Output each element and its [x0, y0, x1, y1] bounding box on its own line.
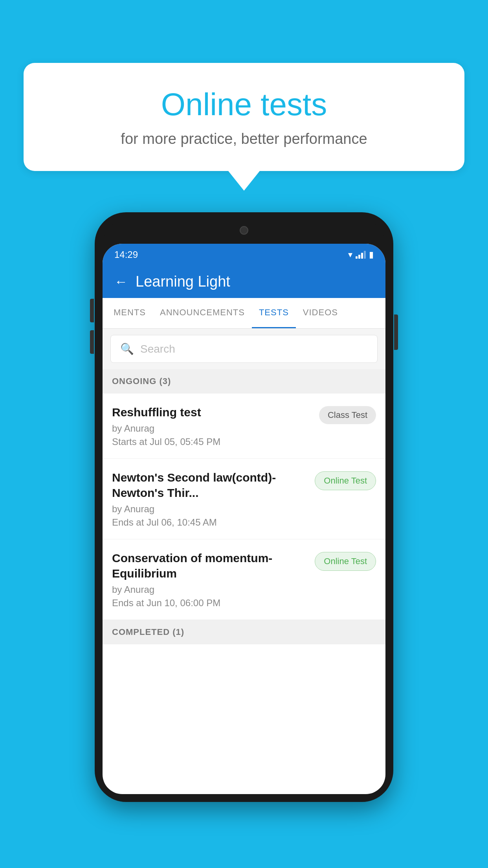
bubble-subtitle: for more practice, better performance: [55, 131, 433, 147]
ongoing-section-title: ONGOING (3): [112, 376, 171, 386]
bubble-arrow: [228, 171, 260, 191]
completed-section-title: COMPLETED (1): [112, 627, 184, 637]
test-name-2: Newton's Second law(contd)-Newton's Thir…: [112, 470, 308, 500]
search-container: 🔍 Search: [103, 329, 385, 369]
wifi-icon: ▾: [348, 250, 352, 260]
status-icons: ▾ ▮: [348, 250, 374, 260]
test-author-3: by Anurag: [112, 584, 308, 595]
test-info-1: Reshuffling test by Anurag Starts at Jul…: [112, 405, 319, 447]
list-item[interactable]: Reshuffling test by Anurag Starts at Jul…: [103, 394, 385, 459]
test-info-2: Newton's Second law(contd)-Newton's Thir…: [112, 470, 315, 528]
tab-videos[interactable]: VIDEOS: [296, 298, 345, 328]
search-icon: 🔍: [120, 342, 134, 355]
app-title: Learning Light: [136, 273, 230, 290]
tab-ments[interactable]: MENTS: [106, 298, 153, 328]
list-item[interactable]: Conservation of momentum-Equilibrium by …: [103, 539, 385, 620]
test-name-3: Conservation of momentum-Equilibrium: [112, 550, 308, 581]
volume-down-button: [90, 330, 94, 354]
back-button[interactable]: ←: [114, 274, 128, 289]
search-placeholder: Search: [140, 343, 175, 355]
test-info-3: Conservation of momentum-Equilibrium by …: [112, 550, 315, 609]
battery-icon: ▮: [369, 250, 374, 260]
test-date-2: Ends at Jul 06, 10:45 AM: [112, 517, 308, 528]
completed-section-header: COMPLETED (1): [103, 620, 385, 644]
status-time: 14:29: [114, 249, 138, 260]
tab-announcements[interactable]: ANNOUNCEMENTS: [153, 298, 252, 328]
test-badge-3: Online Test: [315, 552, 376, 571]
app-header: ← Learning Light: [103, 265, 385, 298]
search-bar[interactable]: 🔍 Search: [110, 335, 378, 363]
test-badge-1: Class Test: [319, 406, 376, 424]
status-bar: 14:29 ▾ ▮: [103, 244, 385, 265]
test-name-1: Reshuffling test: [112, 405, 313, 420]
ongoing-section-header: ONGOING (3): [103, 369, 385, 394]
speech-bubble: Online tests for more practice, better p…: [24, 63, 464, 171]
phone-screen: 14:29 ▾ ▮ ← Learn: [103, 244, 385, 794]
test-badge-2: Online Test: [315, 471, 376, 490]
tab-bar: MENTS ANNOUNCEMENTS TESTS VIDEOS: [103, 298, 385, 329]
power-button: [394, 314, 398, 350]
phone-mockup: 14:29 ▾ ▮ ← Learn: [95, 212, 393, 802]
phone-frame: 14:29 ▾ ▮ ← Learn: [95, 212, 393, 802]
speech-bubble-container: Online tests for more practice, better p…: [24, 63, 464, 191]
bubble-title: Online tests: [55, 86, 433, 123]
test-list: Reshuffling test by Anurag Starts at Jul…: [103, 394, 385, 620]
test-author-2: by Anurag: [112, 504, 308, 515]
phone-top-bar: [103, 220, 385, 244]
volume-up-button: [90, 299, 94, 322]
front-camera: [240, 226, 248, 235]
tab-tests[interactable]: TESTS: [252, 298, 296, 328]
list-item[interactable]: Newton's Second law(contd)-Newton's Thir…: [103, 459, 385, 539]
test-date-1: Starts at Jul 05, 05:45 PM: [112, 436, 313, 447]
test-date-3: Ends at Jun 10, 06:00 PM: [112, 598, 308, 609]
signal-icon: [356, 251, 366, 259]
test-author-1: by Anurag: [112, 423, 313, 434]
